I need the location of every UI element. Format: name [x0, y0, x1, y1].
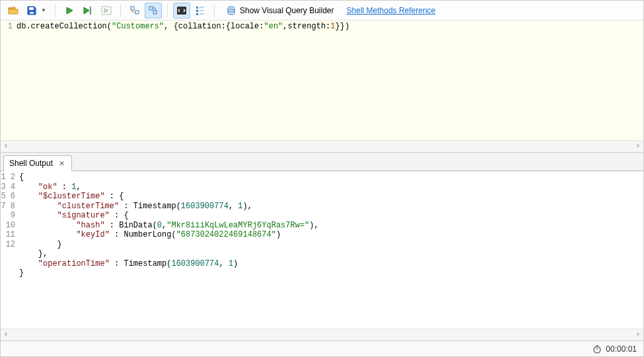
svg-rect-5 [135, 11, 139, 14]
copy-collection-button[interactable] [145, 3, 162, 19]
svg-rect-9 [196, 7, 198, 9]
editor-gutter: 1 [1, 20, 17, 140]
paste-button[interactable] [126, 3, 143, 19]
tree-copy-icon [129, 5, 140, 16]
query-editor-body: 1 db.createCollection("Customers", {coll… [1, 20, 643, 140]
play-line-icon [83, 6, 93, 15]
svg-rect-11 [196, 10, 198, 12]
editor-horizontal-scrollbar[interactable] [1, 140, 643, 152]
query-editor-pane: 1 db.createCollection("Customers", {coll… [1, 20, 643, 153]
toolbar-separator [120, 4, 121, 17]
play-icon [65, 6, 74, 15]
toolbar-separator [55, 4, 55, 17]
tab-shell-output[interactable]: Shell Output ✕ [3, 155, 72, 171]
close-tab-button[interactable]: ✕ [57, 159, 66, 168]
svg-rect-6 [149, 7, 153, 10]
shell-output[interactable]: { "ok" : 1, "$clusterTime" : { "clusterT… [19, 171, 643, 329]
svg-rect-14 [199, 13, 204, 15]
play-dashed-icon [101, 6, 112, 15]
query-editor[interactable]: db.createCollection("Customers", {collat… [17, 20, 643, 140]
output-gutter: 1 2 3 4 5 6 7 8 9 10 11 12 [1, 171, 19, 329]
svg-rect-12 [199, 10, 204, 11]
show-visual-query-builder-button[interactable]: Show Visual Query Builder [220, 3, 340, 19]
open-folder-button[interactable] [5, 3, 22, 19]
form-icon [195, 5, 205, 16]
toolbar-separator [214, 4, 215, 17]
elapsed-time: 00:00:01 [606, 344, 637, 354]
status-bar: 00:00:01 [1, 340, 643, 356]
tab-label: Shell Output [9, 159, 53, 168]
show-visual-query-builder-label: Show Visual Query Builder [240, 6, 334, 15]
tree-duplicate-icon [148, 5, 159, 16]
run-button[interactable] [61, 3, 78, 19]
save-icon [26, 5, 37, 16]
svg-rect-0 [29, 7, 34, 10]
run-with-line-button[interactable] [79, 3, 96, 19]
svg-rect-7 [153, 11, 157, 14]
toolbar-separator [167, 4, 168, 17]
svg-rect-10 [199, 7, 204, 8]
shell-output-pane: 1 2 3 4 5 6 7 8 9 10 11 12 { "ok" : 1, "… [1, 171, 643, 340]
toolbar: ▼ Show Visual Query Builder Shell Method… [1, 1, 643, 20]
code-view-button[interactable] [173, 3, 190, 19]
stopwatch-icon [592, 344, 602, 354]
svg-rect-1 [30, 12, 34, 14]
output-body: 1 2 3 4 5 6 7 8 9 10 11 12 { "ok" : 1, "… [1, 171, 643, 329]
save-dropdown-button[interactable]: ▼ [40, 3, 47, 19]
database-icon [226, 5, 236, 16]
open-folder-icon [8, 5, 18, 16]
svg-rect-4 [131, 7, 134, 10]
output-horizontal-scrollbar[interactable] [1, 329, 643, 340]
output-tabstrip: Shell Output ✕ [1, 153, 643, 171]
run-selection-button[interactable] [98, 3, 115, 19]
code-icon [176, 5, 187, 16]
save-button[interactable] [23, 3, 40, 19]
shell-methods-reference-link[interactable]: Shell Methods Reference [341, 6, 441, 15]
form-view-button[interactable] [192, 3, 209, 19]
svg-rect-13 [196, 13, 198, 15]
